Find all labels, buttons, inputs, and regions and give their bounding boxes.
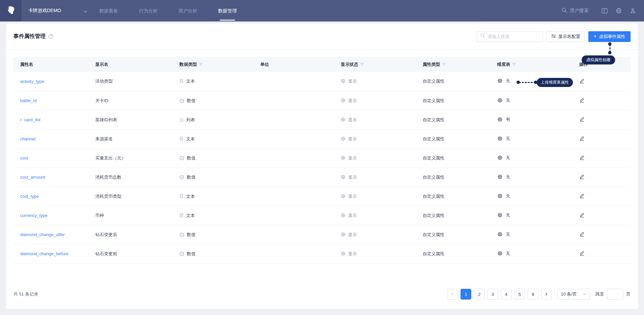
unit-cell bbox=[254, 168, 334, 187]
display-status-icon bbox=[341, 194, 345, 199]
gear-icon[interactable] bbox=[497, 136, 503, 142]
property-name-link[interactable]: currency_type bbox=[20, 213, 48, 218]
display-status-label: 显示 bbox=[348, 155, 357, 161]
property-name-link[interactable]: battle_id bbox=[20, 98, 37, 103]
display-name-config-label: 显示名配置 bbox=[558, 34, 580, 40]
edit-icon[interactable] bbox=[579, 174, 585, 180]
page-button-3[interactable]: 3 bbox=[487, 289, 498, 300]
virtual-event-property-button[interactable]: + 虚拟事件属性 bbox=[588, 31, 631, 42]
gear-icon[interactable] bbox=[497, 97, 503, 104]
table-header-row: 属性名显示名数据类型单位显示状态属性类型维度表操作 bbox=[13, 57, 631, 72]
edit-icon[interactable] bbox=[579, 117, 585, 123]
display-status-label: 显示 bbox=[348, 117, 357, 122]
table-footer: 共 51 条记录 123456 10 条/页 跳至 bbox=[13, 289, 631, 300]
project-name: 卡牌游戏DEMO bbox=[28, 8, 61, 14]
edit-icon[interactable] bbox=[579, 97, 585, 104]
plus-icon: + bbox=[594, 34, 597, 39]
top-navbar: 卡牌游戏DEMO 数据看板行为分析用户分析数据管理 用户搜索 bbox=[0, 0, 644, 21]
page-button-5[interactable]: 5 bbox=[514, 289, 525, 300]
table-row: cost_type消耗货币类型文本显示自定义属性无 bbox=[13, 187, 631, 206]
guide-dot bbox=[517, 81, 520, 84]
gear-icon[interactable] bbox=[497, 231, 503, 238]
nav-item-1[interactable]: 数据看板 bbox=[99, 0, 118, 21]
search-input[interactable] bbox=[488, 34, 539, 39]
edit-icon[interactable] bbox=[579, 155, 585, 161]
edit-icon[interactable] bbox=[579, 78, 585, 85]
page-button-1[interactable]: 1 bbox=[461, 289, 471, 300]
data-type-label: 数值 bbox=[187, 175, 196, 180]
expand-arrow-icon[interactable] bbox=[20, 119, 22, 121]
edit-icon[interactable] bbox=[579, 136, 585, 142]
text-icon bbox=[179, 136, 183, 142]
filter-icon[interactable] bbox=[512, 62, 516, 67]
attribute-type-cell: 自定义属性 bbox=[416, 110, 490, 129]
table-row: battle_id关卡ID数值显示自定义属性无 bbox=[13, 91, 631, 110]
chevron-down-icon bbox=[583, 292, 586, 296]
display-status-icon bbox=[341, 117, 345, 123]
gear-icon[interactable] bbox=[497, 78, 503, 85]
property-name-link[interactable]: card_list bbox=[24, 117, 40, 122]
display-name-cell: 钻石变更后 bbox=[89, 225, 173, 244]
column-header-6: 属性类型 bbox=[416, 57, 490, 72]
text-icon bbox=[179, 79, 183, 84]
gear-icon[interactable] bbox=[497, 193, 503, 200]
filter-icon[interactable] bbox=[360, 62, 364, 67]
filter-icon[interactable] bbox=[199, 62, 203, 67]
edit-icon[interactable] bbox=[579, 251, 585, 257]
data-type-label: 数值 bbox=[187, 155, 196, 161]
chevron-down-icon bbox=[84, 9, 87, 12]
display-status-icon bbox=[341, 79, 345, 84]
globe-icon[interactable] bbox=[616, 8, 622, 14]
display-status-icon bbox=[341, 251, 345, 257]
help-icon[interactable]: ? bbox=[48, 34, 53, 39]
toolbar: 事件属性管理 ? 显示名配置 + 虚拟事件属 bbox=[6, 24, 638, 50]
attribute-type-cell: 自定义属性 bbox=[416, 148, 490, 168]
gear-icon[interactable] bbox=[497, 117, 503, 123]
gear-icon[interactable] bbox=[497, 251, 503, 257]
property-name-link[interactable]: cost bbox=[20, 155, 28, 161]
user-icon[interactable] bbox=[630, 8, 636, 14]
table-search-box bbox=[477, 31, 543, 42]
filter-icon[interactable] bbox=[442, 62, 446, 67]
table-row: currency_type币种文本显示自定义属性无 bbox=[13, 206, 631, 225]
nav-item-2[interactable]: 行为分析 bbox=[139, 0, 158, 21]
display-name-cell: 活动类型 bbox=[89, 72, 173, 91]
display-name-config-button[interactable]: 显示名配置 bbox=[546, 31, 585, 42]
layout-panel-icon[interactable] bbox=[601, 8, 608, 14]
page-button-2[interactable]: 2 bbox=[474, 289, 485, 300]
property-name-link[interactable]: diamond_change_after bbox=[20, 232, 65, 237]
app-logo[interactable] bbox=[0, 0, 21, 21]
display-status-label: 显示 bbox=[348, 251, 357, 256]
display-name-cell: 英雄ID列表 bbox=[89, 110, 173, 129]
jump-label: 跳至 bbox=[595, 291, 604, 297]
property-name-link[interactable]: cost_type bbox=[20, 194, 39, 199]
data-type-label: 文本 bbox=[186, 136, 195, 141]
property-name-link[interactable]: channel bbox=[20, 136, 36, 141]
property-name-link[interactable]: diamond_change_before bbox=[20, 251, 68, 256]
next-page-button[interactable] bbox=[541, 289, 552, 300]
edit-icon[interactable] bbox=[579, 212, 585, 219]
edit-icon[interactable] bbox=[579, 193, 585, 199]
gear-icon[interactable] bbox=[497, 212, 503, 219]
nav-item-4[interactable]: 数据管理 bbox=[218, 0, 237, 21]
page-button-6[interactable]: 6 bbox=[528, 289, 538, 300]
gear-icon[interactable] bbox=[497, 174, 503, 181]
display-status-label: 显示 bbox=[348, 98, 357, 103]
user-search[interactable]: 用户搜索 bbox=[561, 7, 589, 14]
jump-page-input[interactable] bbox=[607, 289, 623, 300]
sliders-icon bbox=[551, 34, 556, 39]
edit-icon[interactable] bbox=[579, 231, 585, 238]
project-selector[interactable]: 卡牌游戏DEMO bbox=[25, 8, 90, 14]
display-status-label: 显示 bbox=[348, 194, 357, 199]
nav-item-3[interactable]: 用户分析 bbox=[178, 0, 197, 21]
page-button-4[interactable]: 4 bbox=[501, 289, 512, 300]
unit-cell bbox=[254, 225, 334, 244]
display-status-icon bbox=[341, 136, 345, 142]
gear-icon[interactable] bbox=[497, 155, 503, 162]
table-row: diamond_change_before钻石变更前数值显示自定义属性无 bbox=[13, 244, 631, 263]
property-name-link[interactable]: cost_amount bbox=[20, 175, 45, 180]
display-status-icon bbox=[341, 175, 345, 180]
page-size-select[interactable]: 10 条/页 bbox=[557, 289, 590, 300]
property-name-link[interactable]: activity_type bbox=[20, 79, 44, 84]
unit-cell bbox=[254, 187, 334, 206]
